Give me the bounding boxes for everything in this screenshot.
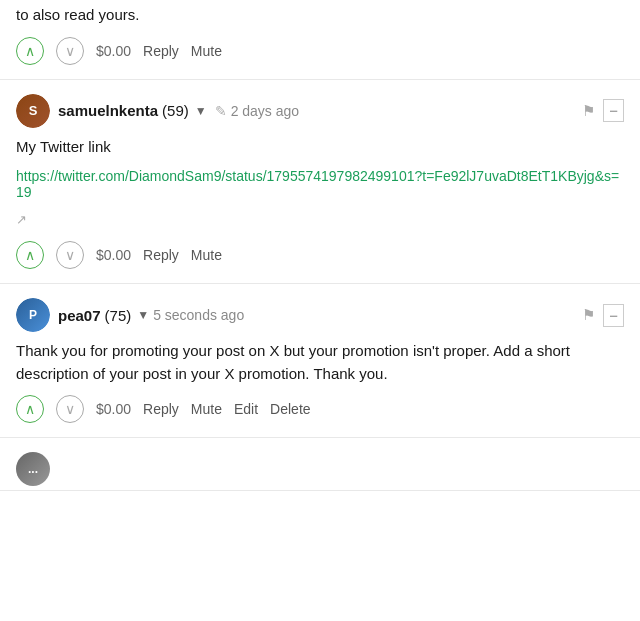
samuelnkenta-timestamp: 2 days ago bbox=[231, 103, 300, 119]
pea07-avatar: P bbox=[16, 298, 50, 332]
pea07-downvote-button[interactable]: ∨ bbox=[56, 395, 84, 423]
comment-pea07: P pea07 (75) ▼ 5 seconds ago ⚑ − Thank y… bbox=[0, 284, 640, 438]
pea07-upvote-button[interactable]: ∧ bbox=[16, 395, 44, 423]
pea07-avatar-img: P bbox=[16, 298, 50, 332]
pea07-dropdown-icon[interactable]: ▼ bbox=[137, 308, 149, 322]
pea07-delete-link[interactable]: Delete bbox=[270, 401, 310, 417]
pea07-reply-link[interactable]: Reply bbox=[143, 401, 179, 417]
samuelnkenta-downvote-button[interactable]: ∨ bbox=[56, 241, 84, 269]
pea07-text: Thank you for promoting your post on X b… bbox=[16, 340, 624, 385]
downvote-icon: ∨ bbox=[65, 43, 75, 59]
samuelnkenta-collapse-button[interactable]: − bbox=[603, 99, 624, 122]
pea07-top-bar: P pea07 (75) ▼ 5 seconds ago ⚑ − bbox=[16, 298, 624, 332]
samuelnkenta-amount: $0.00 bbox=[96, 247, 131, 263]
first-mute-link[interactable]: Mute bbox=[191, 43, 222, 59]
samuelnkenta-edit-icon: ✎ bbox=[215, 103, 227, 119]
first-action-bar: ∧ ∨ $0.00 Reply Mute bbox=[16, 37, 624, 65]
pea07-flag-icon[interactable]: ⚑ bbox=[582, 306, 595, 324]
samuelnkenta-dropdown-icon[interactable]: ▼ bbox=[195, 104, 207, 118]
samuelnkenta-mute-link[interactable]: Mute bbox=[191, 247, 222, 263]
samuelnkenta-meta: samuelnkenta (59) ▼ ✎ 2 days ago bbox=[58, 102, 582, 119]
first-reply-link[interactable]: Reply bbox=[143, 43, 179, 59]
first-upvote-button[interactable]: ∧ bbox=[16, 37, 44, 65]
samuelnkenta-action-bar: ∧ ∨ $0.00 Reply Mute bbox=[16, 241, 624, 269]
pea07-timestamp: 5 seconds ago bbox=[153, 307, 244, 323]
partial-comment: ... bbox=[0, 438, 640, 491]
pea07-action-bar: ∧ ∨ $0.00 Reply Mute Edit Delete bbox=[16, 395, 624, 423]
samuelnkenta-avatar-img: S bbox=[16, 94, 50, 128]
pea07-rep: (75) bbox=[105, 307, 132, 324]
partial-avatar: ... bbox=[16, 452, 50, 486]
samuelnkenta-top-bar: S samuelnkenta (59) ▼ ✎ 2 days ago ⚑ − bbox=[16, 94, 624, 128]
pea07-collapse-button[interactable]: − bbox=[603, 304, 624, 327]
upvote-icon: ∧ bbox=[25, 401, 35, 417]
first-downvote-button[interactable]: ∨ bbox=[56, 37, 84, 65]
pea07-username[interactable]: pea07 bbox=[58, 307, 101, 324]
samuelnkenta-username[interactable]: samuelnkenta bbox=[58, 102, 158, 119]
first-amount: $0.00 bbox=[96, 43, 131, 59]
first-comment: to also read yours. ∧ ∨ $0.00 Reply Mute bbox=[0, 0, 640, 80]
samuelnkenta-rep: (59) bbox=[162, 102, 189, 119]
comment-samuelnkenta: S samuelnkenta (59) ▼ ✎ 2 days ago ⚑ − M… bbox=[0, 80, 640, 285]
downvote-icon: ∨ bbox=[65, 401, 75, 417]
downvote-icon: ∨ bbox=[65, 247, 75, 263]
samuelnkenta-avatar: S bbox=[16, 94, 50, 128]
pea07-edit-link[interactable]: Edit bbox=[234, 401, 258, 417]
samuelnkenta-twitter-link[interactable]: https://twitter.com/DiamondSam9/status/1… bbox=[16, 168, 624, 200]
samuelnkenta-flag-icon[interactable]: ⚑ bbox=[582, 102, 595, 120]
upvote-icon: ∧ bbox=[25, 247, 35, 263]
upvote-icon: ∧ bbox=[25, 43, 35, 59]
first-comment-text: to also read yours. bbox=[16, 0, 624, 27]
samuelnkenta-text: My Twitter link bbox=[16, 136, 624, 159]
samuelnkenta-reply-link[interactable]: Reply bbox=[143, 247, 179, 263]
pea07-meta: pea07 (75) ▼ 5 seconds ago bbox=[58, 307, 582, 324]
external-link-icon: ↗ bbox=[16, 212, 27, 227]
pea07-mute-link[interactable]: Mute bbox=[191, 401, 222, 417]
pea07-amount: $0.00 bbox=[96, 401, 131, 417]
samuelnkenta-upvote-button[interactable]: ∧ bbox=[16, 241, 44, 269]
